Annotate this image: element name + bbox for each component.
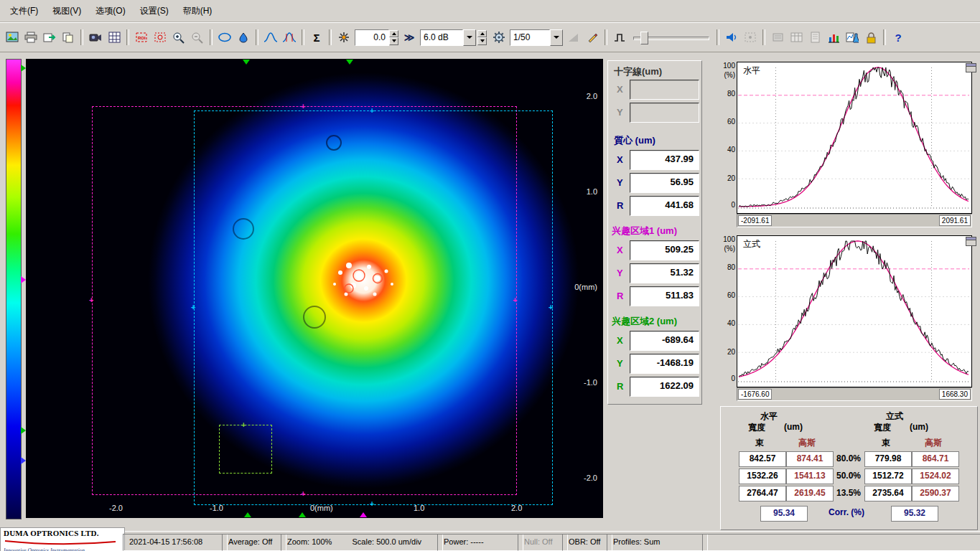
gaussian-fit-button[interactable] [261, 29, 280, 46]
properties-button [768, 29, 787, 46]
roi2-top-handle[interactable]: + [241, 422, 246, 428]
capture-region-button [741, 29, 760, 46]
y-unit-label: (%) [718, 245, 735, 253]
correlation-label: Corr. (%) [829, 507, 864, 517]
x-axis-strip: -2091.61 2091.61 [737, 214, 972, 227]
crosshair-y-value [630, 103, 699, 123]
print-button[interactable] [22, 29, 40, 46]
gain-select[interactable]: 6.0 dB [420, 30, 476, 45]
status-datetime: 2021-04-15 17:56:08 [123, 534, 228, 551]
roi1-button[interactable]: ROI [132, 29, 151, 46]
clip-level-80: 80.0% [834, 451, 863, 466]
vertical-profile-plot[interactable]: 立式 [737, 235, 972, 387]
shutter-button[interactable]: ≫ [400, 29, 419, 46]
y-tick-label: 100 [718, 235, 735, 243]
grid-overlay-button[interactable] [105, 29, 123, 46]
toolbar: ROI Σ 0.0 ≫ 6.0 dB 1/50 [0, 22, 980, 52]
exposure-value[interactable]: 0.0 [355, 29, 389, 46]
h-width-header: 水平 [760, 410, 778, 423]
chart-popout-button[interactable] [966, 63, 976, 72]
menu-view[interactable]: 视图(V) [47, 2, 90, 20]
gain-dropdown-button[interactable] [463, 29, 476, 46]
beam-image[interactable]: + + + + + + + + + 2.0 1.0 0(mm) -1.0 -2.… [26, 59, 603, 518]
open-image-button[interactable] [3, 29, 22, 46]
roi-cyan-bottom-handle[interactable]: + [370, 501, 374, 507]
ellipse-icon [218, 32, 232, 43]
roi1-top-handle[interactable]: + [301, 103, 305, 109]
menu-options[interactable]: 选项(O) [90, 2, 134, 20]
attenuator-button [564, 29, 583, 46]
status-zoom-scale: Zoom: 100% Scale: 500.0 um/div [281, 534, 443, 551]
edge-marker-bottom-green2-icon[interactable] [299, 512, 306, 517]
edge-marker-bottom-magenta-icon[interactable] [360, 512, 367, 517]
trigger-level-slider[interactable] [632, 30, 711, 44]
logo-swoosh [4, 540, 117, 545]
y-tick-label: 40 [718, 319, 735, 327]
edge-marker-top-green2-icon[interactable] [346, 60, 353, 65]
export-button[interactable] [40, 29, 59, 46]
status-scale: Scale: 500.0 um/div [353, 537, 422, 546]
table-icon [790, 32, 803, 43]
pulse-mode-button[interactable] [610, 29, 629, 46]
y-tick-label: 100 [718, 62, 735, 70]
h-beam-13: 2764.47 [739, 486, 786, 501]
colorbar-marker-green-icon[interactable] [21, 65, 26, 72]
fill-color-button[interactable] [234, 29, 253, 46]
framerate-dropdown-button[interactable] [550, 29, 563, 46]
camera-button[interactable] [86, 29, 105, 46]
camera-settings-button[interactable] [490, 29, 508, 46]
gaussian-curve-icon [263, 32, 278, 43]
chart-view-button[interactable] [824, 29, 843, 46]
framerate-value: 1/50 [510, 29, 550, 46]
toolbar-separator [80, 29, 83, 45]
lock-button[interactable] [862, 29, 880, 46]
menu-file[interactable]: 文件(F) [4, 2, 47, 20]
exposure-spin-buttons[interactable] [389, 30, 398, 45]
beam-y-tick: -2.0 [584, 474, 597, 482]
edge-marker-bottom-green-icon[interactable] [244, 512, 251, 517]
chart-popout-button[interactable] [966, 237, 976, 246]
roi2-rectangle[interactable] [219, 425, 272, 474]
colorbar-marker-green2-icon[interactable] [21, 427, 26, 434]
menu-help[interactable]: 帮助(H) [177, 2, 221, 20]
framerate-select[interactable]: 1/50 [510, 30, 563, 45]
h-gauss-13: 2619.45 [786, 486, 834, 501]
roi-cyan-right-handle[interactable]: + [549, 304, 553, 310]
roi1-right-handle[interactable]: + [513, 297, 517, 303]
status-obr: OBR: Off [562, 534, 612, 551]
analysis-button[interactable] [843, 29, 862, 46]
toolbar-separator [126, 29, 129, 45]
v-beam-col-header: 束 [882, 437, 890, 449]
help-button[interactable]: ? [889, 29, 907, 46]
gain-spin-buttons[interactable] [477, 30, 487, 45]
sum-profiles-button[interactable]: Σ [307, 29, 326, 46]
roi-cyan-top-handle[interactable]: + [370, 108, 374, 113]
horizontal-profile-plot[interactable]: 水平 [737, 62, 972, 214]
h-gauss-50: 1541.13 [786, 468, 834, 484]
slider-thumb[interactable] [640, 32, 648, 44]
sound-button[interactable] [722, 29, 741, 46]
menu-settings[interactable]: 设置(S) [134, 2, 177, 20]
status-profiles: Profiles: Sum [607, 534, 708, 551]
profile-markers-button[interactable] [280, 29, 299, 46]
roi1-left-handle[interactable]: + [89, 297, 93, 303]
h-beam-50: 1532.26 [739, 468, 786, 484]
zoom-in-button[interactable] [169, 29, 188, 46]
exposure-button[interactable] [335, 29, 353, 46]
roi-cyan-left-handle[interactable]: + [191, 304, 195, 310]
h-gauss-col-header: 高斯 [798, 437, 816, 449]
ellipse-roi-button[interactable] [215, 29, 234, 46]
roi1-bottom-handle[interactable]: + [301, 491, 305, 496]
h-gauss-80: 874.41 [786, 451, 834, 467]
colorbar-marker-blue-icon[interactable] [21, 457, 26, 464]
calibration-button[interactable] [583, 29, 602, 46]
copy-button[interactable] [59, 29, 78, 46]
exposure-spinner[interactable]: 0.0 [355, 30, 398, 45]
colorbar-marker-magenta-icon[interactable] [21, 276, 26, 283]
roi2-button[interactable] [151, 29, 169, 46]
report-button [806, 29, 824, 46]
centroid-r-label: R [617, 200, 623, 211]
v-gauss-80: 864.71 [912, 451, 959, 467]
roi2-title: 兴趣区域2 (um) [612, 315, 677, 328]
edge-marker-top-green-icon[interactable] [243, 60, 250, 65]
